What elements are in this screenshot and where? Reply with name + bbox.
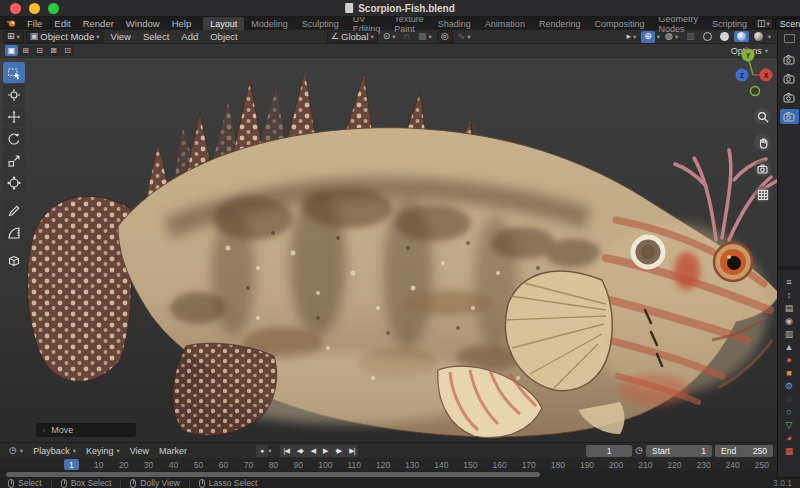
xray-toggle[interactable]: ▥ <box>683 31 698 43</box>
timeline-scrollbar[interactable] <box>0 471 777 478</box>
play-reverse-button[interactable]: ◀ <box>307 447 319 455</box>
menu-playback[interactable]: Playback▾ <box>28 446 81 456</box>
proportional-editing-toggle[interactable]: ◎ <box>437 31 453 43</box>
menu-keying[interactable]: Keying▾ <box>81 446 125 456</box>
timeline-playhead[interactable]: 1 <box>64 459 79 470</box>
material-tab-icon[interactable]: ◕ <box>786 433 791 443</box>
editor-type-button[interactable]: ⊞▾ <box>3 31 24 43</box>
viewport-3d[interactable]: ▣ ⊞ ⊟ ⊠ ⊡ Options▾ <box>0 44 777 442</box>
minimize-window-button[interactable] <box>29 3 40 14</box>
show-gizmo-toggle[interactable]: ⊕ <box>641 31 655 43</box>
perspective-toggle-button[interactable] <box>754 186 771 203</box>
jump-to-end-button[interactable]: ▶| <box>345 447 358 455</box>
menu-select[interactable]: Select <box>138 31 174 42</box>
tab-compositing[interactable]: Compositing <box>587 17 651 30</box>
tool-cursor[interactable] <box>3 84 25 105</box>
shading-solid-button[interactable] <box>717 31 732 42</box>
timeline-editor-type-button[interactable]: ◷▾ <box>4 446 28 455</box>
tool-scale[interactable] <box>3 150 25 171</box>
select-mode-extend[interactable]: ⊞ <box>19 45 32 56</box>
jump-to-start-button[interactable]: |◀ <box>280 447 293 455</box>
end-frame-field[interactable]: End250 <box>715 445 773 457</box>
tab-animation[interactable]: Animation <box>478 17 532 30</box>
operator-panel[interactable]: › Move <box>36 423 136 437</box>
tab-shading[interactable]: Shading <box>431 17 478 30</box>
mode-dropdown[interactable]: ▣Object Mode▾ <box>26 31 104 43</box>
play-button[interactable]: ▶ <box>319 447 331 455</box>
transform-orientation-dropdown[interactable]: ∠Global▾ <box>327 31 378 43</box>
scene-tab-icon[interactable]: ▲ <box>785 342 794 352</box>
select-mode-set[interactable]: ▣ <box>5 45 18 56</box>
start-frame-field[interactable]: Start1 <box>646 445 712 457</box>
particles-tab-icon[interactable]: ◌ <box>786 394 791 404</box>
pan-button[interactable] <box>754 134 771 151</box>
zoom-button[interactable] <box>754 108 771 125</box>
tab-sculpting[interactable]: Sculpting <box>295 17 346 30</box>
tool-move[interactable] <box>3 106 25 127</box>
shading-wireframe-button[interactable] <box>700 31 715 42</box>
tab-scripting[interactable]: Scripting <box>705 17 754 30</box>
selectability-filter-dropdown[interactable]: ▸▾ <box>623 31 639 43</box>
modifiers-tab-icon[interactable]: ⚙ <box>785 381 793 391</box>
output-tab-icon[interactable]: ▥ <box>785 329 794 339</box>
gizmo-axis-y-negative[interactable] <box>751 87 760 96</box>
use-preview-range-icon[interactable]: ◷ <box>635 446 643 455</box>
current-frame-field[interactable]: 1 <box>586 445 632 457</box>
camera-toggle[interactable] <box>780 90 799 105</box>
tool-rotate[interactable] <box>3 128 25 149</box>
menu-marker[interactable]: Marker <box>154 446 192 456</box>
world-tab-icon[interactable]: ● <box>786 355 791 365</box>
tool-transform[interactable] <box>3 172 25 193</box>
next-keyframe-button[interactable]: •▶ <box>331 447 345 455</box>
zoom-window-button[interactable] <box>48 3 59 14</box>
scrollbar-thumb[interactable] <box>6 472 540 477</box>
select-mode-subtract[interactable]: ⊟ <box>33 45 46 56</box>
tool-select-box[interactable] <box>3 62 25 83</box>
scorpion-fish-model[interactable] <box>18 58 777 442</box>
tab-rendering[interactable]: Rendering <box>532 17 588 30</box>
menu-object[interactable]: Object <box>205 31 242 42</box>
shading-material-preview-button[interactable] <box>734 31 749 42</box>
proportional-falloff-dropdown[interactable]: ∿▾ <box>455 31 474 43</box>
camera-toggle[interactable] <box>780 52 799 67</box>
menu-edit[interactable]: Edit <box>48 18 76 29</box>
tool-annotate[interactable] <box>3 200 25 221</box>
navigation-gizmo[interactable]: Y X Z <box>734 46 774 104</box>
pivot-point-dropdown[interactable]: ⊙▾ <box>380 31 399 43</box>
menu-add[interactable]: Add <box>176 31 203 42</box>
data-tab-icon[interactable]: ▽ <box>786 420 793 430</box>
menu-window[interactable]: Window <box>120 18 166 29</box>
previous-keyframe-button[interactable]: ◀• <box>293 447 307 455</box>
menu-view[interactable]: View <box>105 31 135 42</box>
camera-toggle[interactable] <box>780 71 799 86</box>
tab-geometry-nodes[interactable]: Geometry Nodes <box>651 17 705 30</box>
menu-tl-view[interactable]: View <box>125 446 154 456</box>
scene-browse-button[interactable]: ◫▾ <box>754 18 773 29</box>
editor-menu-icon[interactable]: ≡ <box>786 277 791 287</box>
auto-keying-record-button[interactable]: ● <box>256 445 268 457</box>
menu-file[interactable]: File <box>21 18 48 29</box>
filter-icon[interactable]: ↕ <box>787 290 792 300</box>
snap-toggle[interactable]: ∩ <box>401 31 413 43</box>
physics-tab-icon[interactable]: ○ <box>786 407 791 417</box>
auto-keying-dropdown[interactable]: ▾ <box>268 447 271 455</box>
blender-logo-icon[interactable] <box>6 19 17 28</box>
select-mode-intersect[interactable]: ⊡ <box>61 45 74 56</box>
tool-measure[interactable] <box>3 222 25 243</box>
gizmo-dropdown[interactable]: ▾ <box>657 33 660 41</box>
shading-dropdown[interactable]: ▾ <box>768 33 771 41</box>
select-mode-invert[interactable]: ⊠ <box>47 45 60 56</box>
tool-add-cube[interactable] <box>3 250 25 271</box>
camera-toggle-active[interactable] <box>780 109 799 124</box>
render-tab-icon[interactable]: ◉ <box>785 316 793 326</box>
camera-view-button[interactable] <box>754 160 771 177</box>
texture-tab-icon[interactable]: ▦ <box>785 446 794 456</box>
object-tab-icon[interactable]: ■ <box>786 368 791 378</box>
tool-tab-icon[interactable]: ▤ <box>785 303 794 313</box>
snap-settings-dropdown[interactable]: ▦▾ <box>415 31 435 43</box>
close-window-button[interactable] <box>10 3 21 14</box>
tab-modeling[interactable]: Modeling <box>244 17 295 30</box>
shading-rendered-button[interactable] <box>751 31 766 42</box>
tab-layout[interactable]: Layout <box>203 17 244 30</box>
tab-texture-paint[interactable]: Texture Paint <box>387 17 431 30</box>
